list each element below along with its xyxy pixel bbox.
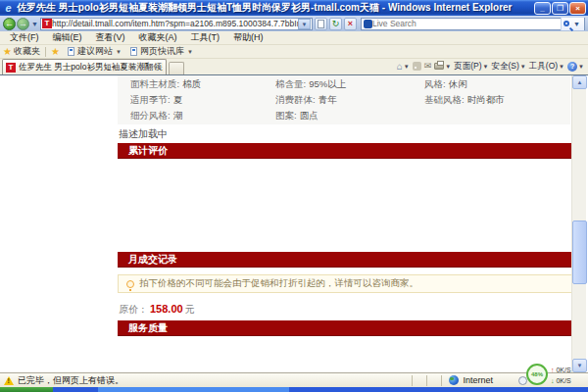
price-label: 原价：: [119, 304, 148, 315]
active-tab[interactable]: T 佐罗先生 男士polo衫男短袖夏装潮翻领男士短...: [2, 59, 167, 74]
address-dropdown-icon[interactable]: ▼: [298, 19, 311, 29]
web-slices-dropdown-icon[interactable]: ▼: [187, 49, 193, 55]
magnifier-icon: [564, 21, 569, 26]
taskbar-window-button[interactable]: [98, 387, 289, 392]
tab-bar: T 佐罗先生 男士polo衫男短袖夏装潮翻领男士短... ⌂▼ ✉ ▼ 页面(P…: [0, 59, 588, 75]
back-button[interactable]: ←: [3, 18, 16, 30]
notice-text: 拍下价格的不同可能会由于促销和打折引起的，详情可以咨询商家。: [139, 277, 418, 290]
close-button[interactable]: ×: [569, 2, 586, 15]
section-header-reviews: 累计评价: [118, 143, 572, 159]
history-dropdown-icon[interactable]: ▼: [29, 21, 40, 27]
statusbar-separator: [412, 375, 413, 386]
page-menu-label: 页面(P): [454, 61, 481, 73]
attr-season: 适用季节:夏: [130, 92, 275, 108]
search-provider-icon: [364, 20, 372, 28]
help-dropdown-icon: ▼: [578, 64, 584, 70]
search-go-button[interactable]: ▼: [561, 18, 584, 30]
upload-speed: 0K/S: [556, 367, 570, 373]
stop-button[interactable]: ×: [344, 18, 357, 30]
menu-help[interactable]: 帮助(H): [227, 30, 270, 45]
menu-edit[interactable]: 编辑(E): [47, 30, 88, 45]
zone-label: Internet: [463, 375, 493, 385]
web-slices-button[interactable]: 网页快讯库: [140, 45, 184, 58]
price-notice: 拍下价格的不同可能会由于促销和打折引起的，详情可以咨询商家。: [118, 274, 572, 293]
help-button[interactable]: ?▼: [567, 62, 584, 72]
statusbar-separator: [426, 375, 427, 386]
search-input[interactable]: [372, 19, 561, 29]
rss-icon: [413, 62, 421, 71]
search-box[interactable]: ▼: [361, 18, 585, 30]
new-tab-button[interactable]: [169, 62, 184, 74]
status-text: 已完毕，但网页上有错误。: [18, 374, 405, 387]
section-header-service: 服务质量: [118, 320, 572, 336]
mail-icon: ✉: [424, 62, 432, 71]
home-button[interactable]: ⌂▼: [397, 62, 410, 72]
address-bar[interactable]: T ▼: [40, 18, 313, 30]
url-input[interactable]: [52, 19, 298, 29]
warning-icon[interactable]: [4, 376, 14, 385]
suggested-sites-icon: [68, 47, 74, 56]
home-dropdown-icon[interactable]: ▼: [404, 64, 410, 70]
safety-menu-dropdown-icon: ▼: [520, 64, 526, 70]
vertical-scrollbar[interactable]: ▲ ▼: [571, 75, 586, 372]
search-dropdown-icon[interactable]: ▼: [571, 21, 582, 27]
speed-percent-badge[interactable]: 48%: [526, 364, 548, 385]
feeds-button[interactable]: [413, 62, 421, 71]
menu-favorites[interactable]: 收藏夹(A): [133, 30, 183, 45]
home-icon: ⌂: [397, 62, 403, 72]
print-dropdown-icon[interactable]: ▼: [445, 64, 451, 70]
minimize-button[interactable]: _: [534, 2, 551, 15]
menu-tools[interactable]: 工具(T): [185, 30, 226, 45]
section-header-transactions: 月成交记录: [118, 252, 572, 268]
tmall-favicon-icon: T: [42, 19, 52, 28]
compatibility-view-button[interactable]: [315, 18, 327, 30]
print-button[interactable]: ▼: [434, 63, 451, 70]
attr-pattern: 图案:圆点: [275, 108, 424, 123]
add-favorite-button[interactable]: ★: [51, 47, 60, 57]
favorites-star-icon: ★: [3, 47, 12, 57]
safety-menu-label: 安全(S): [492, 61, 519, 73]
internet-zone-icon: [449, 375, 459, 385]
attr-cotton-content: 棉含量:95%以上: [275, 76, 424, 92]
product-attributes: 面料主材质:棉质 棉含量:95%以上 风格:休闲 适用季节:夏 消费群体:青年 …: [118, 75, 570, 124]
network-speed-monitor[interactable]: 48% ↑ 0K/S ↓ 0K/S: [526, 364, 588, 387]
command-bar: ⌂▼ ✉ ▼ 页面(P)▼ 安全(S)▼ 工具(O)▼ ?▼: [397, 59, 588, 74]
refresh-button[interactable]: ↻: [329, 18, 342, 30]
safety-menu-button[interactable]: 安全(S)▼: [492, 61, 526, 73]
download-speed: 0K/S: [556, 377, 570, 384]
tools-menu-dropdown-icon: ▼: [559, 64, 564, 70]
page-menu-button[interactable]: 页面(P)▼: [454, 61, 488, 73]
upload-arrow-icon: ↑: [551, 367, 555, 373]
price-unit: 元: [185, 304, 195, 315]
read-mail-button[interactable]: ✉: [424, 62, 432, 71]
menu-view[interactable]: 查看(V): [90, 30, 131, 45]
suggested-sites-dropdown-icon[interactable]: ▼: [116, 49, 122, 55]
scroll-up-button[interactable]: ▲: [572, 75, 587, 89]
menu-file[interactable]: 文件(F): [4, 30, 45, 45]
restore-button[interactable]: ❐: [552, 2, 568, 15]
scrollbar-thumb[interactable]: [572, 220, 587, 284]
tab-favicon-icon: T: [6, 63, 16, 73]
taskbar: [0, 387, 588, 392]
favbar-separator: [45, 47, 46, 57]
suggested-sites-button[interactable]: 建议网站: [77, 45, 113, 58]
lightbulb-icon: [126, 280, 134, 288]
tools-menu-button[interactable]: 工具(O)▼: [529, 61, 564, 73]
page-viewport: 面料主材质:棉质 棉含量:95%以上 风格:休闲 适用季节:夏 消费群体:青年 …: [0, 75, 588, 372]
browser-window: e 佐罗先生 男士polo衫男短袖夏装潮翻领男士短袖T恤男时尚保罗衫男-tmal…: [0, 0, 588, 392]
start-button[interactable]: [0, 387, 53, 392]
download-arrow-icon: ↓: [551, 377, 555, 384]
statusbar-separator: [441, 375, 442, 386]
compatibility-icon: [318, 20, 324, 28]
menu-bar: 文件(F) 编辑(E) 查看(V) 收藏夹(A) 工具(T) 帮助(H): [0, 31, 588, 45]
help-icon: ?: [567, 62, 577, 72]
speed-readout: ↑ 0K/S ↓ 0K/S: [551, 365, 571, 386]
forward-button[interactable]: →: [17, 18, 29, 30]
attr-base-style: 基础风格:时尚都市: [424, 92, 570, 108]
navigation-bar: ← → ▼ T ▼ ↻ × ▼: [0, 16, 588, 31]
printer-icon: [434, 63, 444, 70]
price-value: 158.00: [150, 303, 183, 315]
favorites-button[interactable]: 收藏夹: [14, 45, 40, 58]
window-title: 佐罗先生 男士polo衫男短袖夏装潮翻领男士短袖T恤男时尚保罗衫男-tmall.…: [17, 1, 534, 15]
attr-material: 面料主材质:棉质: [130, 76, 275, 92]
